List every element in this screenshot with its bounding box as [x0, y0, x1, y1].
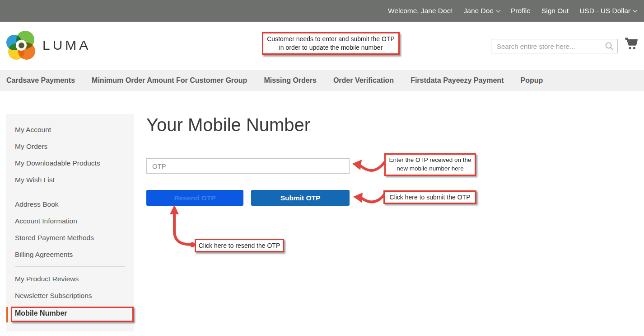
account-sidebar: My Account My Orders My Downloadable Pro…	[6, 114, 134, 331]
sign-out-link[interactable]: Sign Out	[541, 7, 569, 15]
sidebar-item-my-downloadable-products[interactable]: My Downloadable Products	[6, 155, 134, 171]
header: LUMA Customer needs to enter and submit …	[0, 22, 644, 70]
nav-firstdata-payeezy[interactable]: Firstdata Payeezy Payment	[411, 76, 504, 85]
search-input[interactable]	[491, 39, 618, 53]
arrow-to-otp-input-icon	[350, 156, 386, 176]
annotation-resend-note: Click here to resend the OTP	[195, 239, 284, 252]
search-box	[491, 39, 618, 53]
page: Welcome, Jane Doe! Jane Doe Profile Sign…	[0, 0, 644, 336]
sidebar-item-mobile-number[interactable]: Mobile Number	[6, 306, 134, 324]
user-menu-label: Jane Doe	[464, 7, 494, 15]
cart-icon[interactable]	[624, 37, 639, 51]
currency-switcher[interactable]: USD - US Dollar	[579, 7, 637, 15]
sidebar-item-label: Mobile Number	[15, 309, 67, 317]
active-item-marker	[6, 307, 8, 322]
sidebar-group-2: Address Book Account Information Stored …	[6, 196, 134, 263]
sidebar-item-my-account[interactable]: My Account	[6, 121, 134, 138]
sidebar-item-my-product-reviews[interactable]: My Product Reviews	[6, 270, 134, 287]
sidebar-item-address-book[interactable]: Address Book	[6, 196, 134, 213]
nav-order-verification[interactable]: Order Verification	[333, 76, 394, 85]
logo-text: LUMA	[42, 38, 91, 53]
sidebar-divider	[15, 266, 125, 267]
profile-link[interactable]: Profile	[511, 7, 531, 15]
sidebar-group-3: My Product Reviews Newsletter Subscripti…	[6, 270, 134, 304]
top-bar: Welcome, Jane Doe! Jane Doe Profile Sign…	[0, 0, 644, 22]
store-logo[interactable]: LUMA	[6, 31, 91, 60]
annotation-top-note: Customer needs to enter and submit the O…	[262, 32, 400, 55]
chevron-down-icon	[496, 8, 500, 12]
luma-logo-icon	[6, 31, 35, 60]
sidebar-divider	[15, 192, 125, 192]
user-menu[interactable]: Jane Doe	[464, 7, 500, 15]
nav-minimum-order-amount[interactable]: Minimum Order Amount For Customer Group	[92, 76, 247, 85]
submit-otp-button[interactable]: Submit OTP	[251, 190, 350, 206]
main-nav: Cardsave Payments Minimum Order Amount F…	[0, 70, 644, 91]
sidebar-item-my-orders[interactable]: My Orders	[6, 138, 134, 155]
nav-missing-orders[interactable]: Missing Orders	[264, 76, 316, 85]
resend-otp-button[interactable]: Resend OTP	[146, 190, 243, 206]
arrow-to-submit-button-icon	[351, 191, 385, 207]
sidebar-item-my-wish-list[interactable]: My Wish List	[6, 171, 134, 188]
nav-cardsave-payments[interactable]: Cardsave Payments	[6, 76, 75, 85]
currency-label: USD - US Dollar	[579, 7, 630, 15]
otp-input[interactable]	[146, 158, 350, 174]
sidebar-item-billing-agreements[interactable]: Billing Agreements	[6, 246, 134, 263]
sidebar-item-account-information[interactable]: Account Information	[6, 213, 134, 229]
sidebar-item-newsletter-subscriptions[interactable]: Newsletter Subscriptions	[6, 287, 134, 304]
annotation-submit-note: Click here to submit the OTP	[383, 190, 476, 204]
chevron-down-icon	[633, 8, 638, 12]
page-title: Your Mobile Number	[146, 115, 310, 135]
welcome-message: Welcome, Jane Doe!	[388, 7, 453, 15]
nav-popup[interactable]: Popup	[520, 76, 543, 85]
logo-center	[16, 40, 27, 51]
sidebar-item-stored-payment-methods[interactable]: Stored Payment Methods	[6, 229, 134, 246]
search-icon[interactable]	[604, 41, 614, 51]
sidebar-group-1: My Account My Orders My Downloadable Pro…	[6, 121, 134, 188]
annotation-otp-note: Enter the OTP received on the new mobile…	[384, 153, 476, 176]
